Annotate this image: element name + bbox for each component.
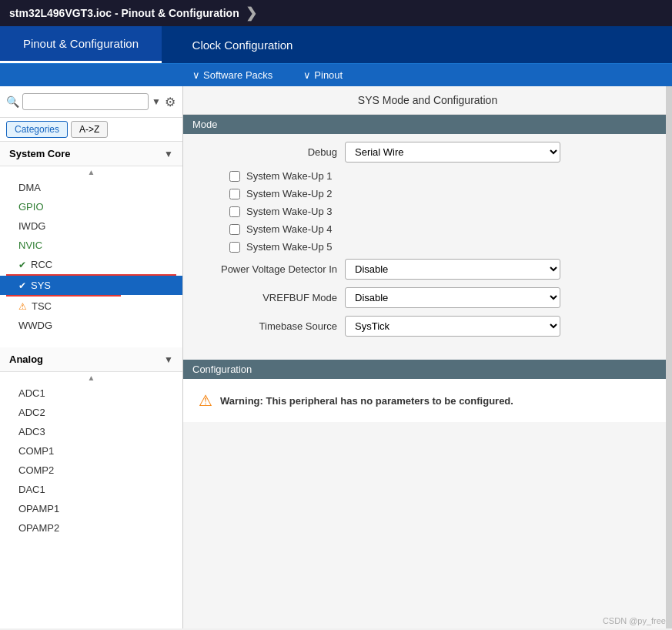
debug-select[interactable]: Serial Wire JTAG (5 pins) JTAG (4 pins) … — [345, 142, 560, 163]
panel-title: SYS Mode and Configuration — [183, 86, 672, 115]
title-bar: stm32L496VGT3.ioc - Pinout & Configurati… — [0, 0, 672, 26]
tsc-warn-icon: ⚠ — [18, 301, 27, 312]
sidebar-item-nvic[interactable]: NVIC — [0, 236, 182, 255]
timebase-label: Timebase Source — [199, 320, 337, 332]
checkbox-wakeup3: System Wake-Up 3 — [199, 206, 657, 217]
rcc-label: RCC — [31, 259, 52, 270]
right-panel: SYS Mode and Configuration Mode Debug Se… — [183, 86, 672, 628]
tsc-label: TSC — [32, 300, 52, 312]
power-voltage-label: Power Voltage Detector In — [199, 263, 337, 275]
analog-chevron: ▼ — [164, 354, 173, 365]
sidebar-item-iwdg[interactable]: IWDG — [0, 216, 182, 236]
sidebar-item-wwdg[interactable]: WWDG — [0, 316, 182, 335]
wakeup3-checkbox[interactable] — [229, 206, 240, 217]
tab-az[interactable]: A->Z — [71, 121, 108, 138]
sidebar-tabs: Categories A->Z — [0, 118, 182, 142]
scroll-up-analog[interactable]: ▲ — [0, 372, 182, 384]
vrefbuf-label: VREFBUF Mode — [199, 292, 337, 303]
sub-nav-pinout[interactable]: ∨ Pinout — [303, 69, 343, 81]
checkbox-wakeup2: System Wake-Up 2 — [199, 188, 657, 199]
debug-row: Debug Serial Wire JTAG (5 pins) JTAG (4 … — [199, 142, 657, 163]
tab-clock[interactable]: Clock Configuration — [162, 26, 323, 63]
system-core-chevron: ▼ — [164, 149, 173, 159]
sidebar-search-area: 🔍 ▼ ⚙ — [0, 86, 182, 118]
debug-label: Debug — [199, 146, 337, 158]
title-text: stm32L496VGT3.ioc - Pinout & Configurati… — [9, 7, 239, 19]
top-nav: Pinout & Configuration Clock Configurati… — [0, 26, 672, 63]
section-system-core[interactable]: System Core ▼ — [0, 142, 182, 166]
scrollbar-handle[interactable] — [666, 86, 672, 628]
sidebar-item-adc3[interactable]: ADC3 — [0, 422, 182, 441]
iwdg-label: IWDG — [18, 220, 45, 232]
rcc-check-icon: ✔ — [18, 260, 26, 270]
wwdg-label: WWDG — [18, 320, 52, 331]
search-input[interactable] — [22, 93, 149, 110]
warning-text: Warning: This peripheral has no paramete… — [220, 395, 513, 407]
sidebar-item-opamp2[interactable]: OPAMP2 — [0, 518, 182, 538]
vrefbuf-select[interactable]: Disable Enable — [345, 287, 560, 308]
power-voltage-row: Power Voltage Detector In Disable Enable — [199, 259, 657, 280]
power-voltage-select[interactable]: Disable Enable — [345, 259, 560, 280]
main-content: 🔍 ▼ ⚙ Categories A->Z System Core ▼ ▲ DM… — [0, 86, 672, 628]
sidebar-item-comp2[interactable]: COMP2 — [0, 461, 182, 480]
config-section-bar: Configuration — [183, 360, 672, 379]
mode-form: Debug Serial Wire JTAG (5 pins) JTAG (4 … — [183, 134, 672, 352]
timebase-select[interactable]: SysTick TIM1 TIM2 — [345, 316, 560, 337]
wakeup5-checkbox[interactable] — [229, 242, 240, 253]
nvic-label: NVIC — [18, 240, 42, 251]
sidebar-item-gpio[interactable]: GPIO — [0, 197, 182, 216]
gpio-label: GPIO — [18, 201, 44, 213]
title-chevron: ❯ — [246, 5, 257, 22]
sidebar-spacer — [0, 335, 182, 347]
sidebar: 🔍 ▼ ⚙ Categories A->Z System Core ▼ ▲ DM… — [0, 86, 183, 628]
watermark: CSDN @py_free — [603, 616, 666, 625]
wakeup2-checkbox[interactable] — [229, 189, 240, 199]
sidebar-item-dma[interactable]: DMA — [0, 178, 182, 197]
sidebar-item-sys[interactable]: ✔ SYS — [0, 276, 182, 295]
checkbox-wakeup4: System Wake-Up 4 — [199, 223, 657, 235]
checkbox-wakeup5: System Wake-Up 5 — [199, 241, 657, 253]
warning-box: ⚠ Warning: This peripheral has no parame… — [183, 379, 672, 422]
sys-check-icon: ✔ — [18, 280, 26, 291]
sidebar-item-adc1[interactable]: ADC1 — [0, 384, 182, 403]
wakeup1-checkbox[interactable] — [229, 171, 240, 182]
sub-nav: ∨ Software Packs ∨ Pinout — [0, 63, 672, 86]
mode-section-bar: Mode — [183, 115, 672, 134]
warning-icon: ⚠ — [199, 391, 212, 410]
sidebar-item-adc2[interactable]: ADC2 — [0, 403, 182, 422]
gear-button[interactable]: ⚙ — [164, 91, 176, 112]
sub-nav-software-packs[interactable]: ∨ Software Packs — [192, 69, 272, 81]
scroll-up-system-core[interactable]: ▲ — [0, 166, 182, 178]
sys-label: SYS — [31, 280, 51, 291]
sidebar-item-rcc[interactable]: ✔ RCC — [0, 255, 182, 274]
timebase-row: Timebase Source SysTick TIM1 TIM2 — [199, 316, 657, 337]
sidebar-item-opamp1[interactable]: OPAMP1 — [0, 499, 182, 518]
config-section: Configuration ⚠ Warning: This peripheral… — [183, 360, 672, 422]
wakeup4-checkbox[interactable] — [229, 224, 240, 235]
checkbox-wakeup1: System Wake-Up 1 — [199, 170, 657, 182]
sidebar-item-tsc[interactable]: ⚠ TSC — [0, 297, 182, 316]
sidebar-item-dac1[interactable]: DAC1 — [0, 480, 182, 499]
vrefbuf-row: VREFBUF Mode Disable Enable — [199, 287, 657, 308]
dma-label: DMA — [18, 182, 41, 193]
section-analog[interactable]: Analog ▼ — [0, 347, 182, 372]
tab-pinout[interactable]: Pinout & Configuration — [0, 26, 162, 63]
tab-categories[interactable]: Categories — [6, 121, 68, 138]
sidebar-item-comp1[interactable]: COMP1 — [0, 441, 182, 461]
search-icon: 🔍 — [6, 96, 19, 108]
search-dropdown-icon[interactable]: ▼ — [152, 96, 161, 107]
